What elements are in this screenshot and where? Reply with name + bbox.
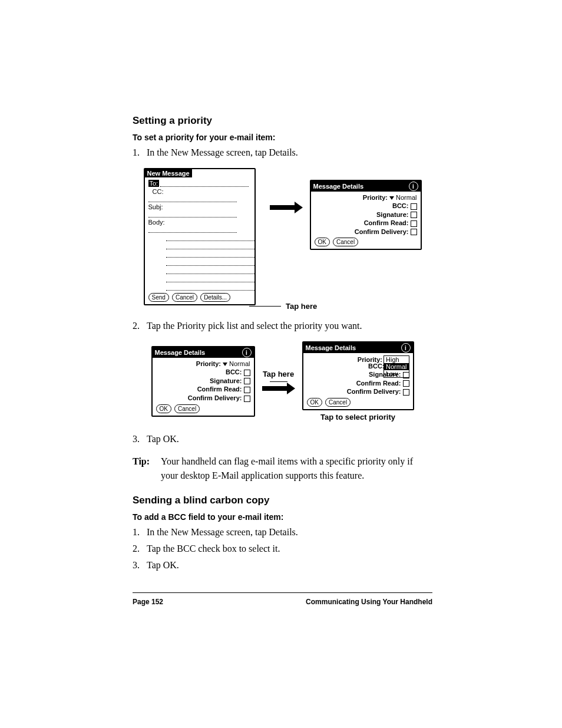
- cancel-button-4[interactable]: Cancel: [325, 398, 351, 407]
- signature-checkbox[interactable]: [411, 212, 417, 218]
- message-details-dialog-3: Message Detailsi Priority: High Normal L…: [302, 341, 414, 410]
- tap-here-label-2: Tap here: [263, 370, 294, 378]
- message-details-dialog-2: Message Detailsi Priority: Normal BCC: S…: [151, 346, 255, 416]
- bcc-step-3: 3.Tap OK.: [133, 558, 432, 572]
- confirm-read-label: Confirm Read:: [364, 219, 409, 226]
- heading-bcc: Sending a blind carbon copy: [133, 495, 432, 506]
- subj-label: Subj:: [148, 203, 163, 210]
- priority-value[interactable]: Normal: [396, 194, 416, 201]
- info-icon[interactable]: i: [401, 343, 411, 353]
- cancel-button[interactable]: Cancel: [172, 293, 197, 302]
- message-details-dialog: Message Detailsi Priority: Normal BCC: S…: [310, 180, 422, 250]
- subheading-set-priority: To set a priority for your e-mail item:: [133, 133, 432, 142]
- step-2: 2.Tap the Priority pick list and select …: [133, 319, 432, 333]
- details-button[interactable]: Details...: [200, 293, 230, 302]
- heading-setting-priority: Setting a priority: [133, 115, 432, 127]
- ok-button[interactable]: OK: [156, 404, 171, 413]
- bcc-checkbox[interactable]: [244, 370, 250, 376]
- arrow-icon: [270, 203, 303, 212]
- tap-here-label: Tap here: [286, 302, 317, 311]
- step-1: 1.In the New Message screen, tap Details…: [133, 146, 432, 160]
- subheading-bcc: To add a BCC field to your e-mail item:: [133, 512, 432, 522]
- confirm-delivery-checkbox[interactable]: [411, 229, 417, 235]
- send-button[interactable]: Send: [148, 293, 169, 302]
- new-message-title: New Message: [145, 169, 192, 177]
- chevron-down-icon[interactable]: [389, 196, 394, 200]
- priority-option-high[interactable]: High: [384, 356, 408, 363]
- bcc-step-2: 2.Tap the BCC check box to select it.: [133, 542, 432, 556]
- page-footer: Page 152 Communicating Using Your Handhe…: [133, 592, 432, 606]
- caption-tap-select: Tap to select priority: [320, 413, 395, 421]
- cancel-button-3[interactable]: Cancel: [174, 404, 200, 413]
- priority-label: Priority:: [363, 194, 388, 201]
- priority-value-2[interactable]: Normal: [229, 360, 250, 367]
- new-message-screen: New Message To: CC: Subj: Body: Send Ca: [144, 168, 256, 305]
- confirm-read-checkbox[interactable]: [411, 220, 417, 227]
- confirm-delivery-checkbox[interactable]: [244, 396, 250, 402]
- signature-checkbox[interactable]: [244, 378, 250, 384]
- step-3: 3.Tap OK.: [133, 432, 432, 446]
- ok-button[interactable]: OK: [315, 238, 330, 246]
- chevron-down-icon[interactable]: [223, 363, 227, 366]
- cancel-button-2[interactable]: Cancel: [333, 238, 358, 246]
- body-label: Body:: [148, 219, 165, 226]
- priority-option-normal[interactable]: Normal: [384, 363, 408, 370]
- confirm-delivery-checkbox[interactable]: [403, 389, 409, 396]
- bcc-step-1: 1.In the New Message screen, tap Details…: [133, 525, 432, 539]
- bcc-label: BCC:: [392, 202, 409, 209]
- message-details-title: Message Details: [313, 183, 364, 190]
- cc-label: CC:: [153, 188, 164, 195]
- tip: Tip: Your handheld can flag e-mail items…: [133, 454, 432, 483]
- to-label: To:: [148, 180, 160, 187]
- confirm-read-checkbox[interactable]: [244, 387, 250, 393]
- confirm-read-checkbox[interactable]: [403, 380, 409, 387]
- page-number: Page 152: [133, 598, 163, 606]
- signature-checkbox[interactable]: [403, 372, 409, 378]
- info-icon[interactable]: i: [409, 182, 418, 191]
- signature-label: Signature:: [376, 211, 408, 218]
- chapter-title: Communicating Using Your Handheld: [306, 598, 432, 606]
- ok-button[interactable]: OK: [307, 398, 322, 407]
- bcc-checkbox[interactable]: [411, 203, 417, 210]
- info-icon[interactable]: i: [242, 348, 252, 357]
- arrow-icon: [262, 384, 295, 393]
- confirm-delivery-label: Confirm Delivery:: [355, 228, 409, 235]
